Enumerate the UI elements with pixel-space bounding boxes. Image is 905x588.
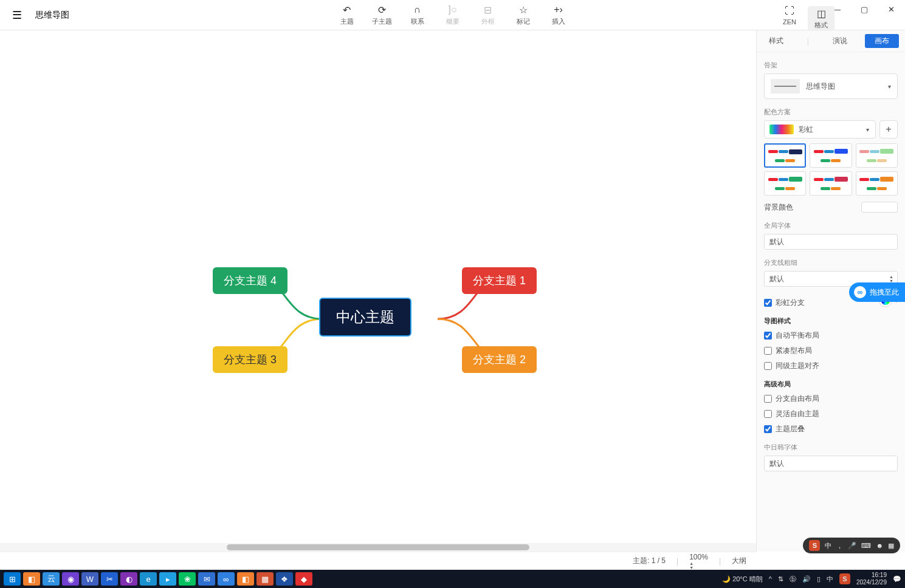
auto-balance-checkbox[interactable] [764,332,772,340]
global-font-label: 全局字体 [764,221,898,230]
tray-wifi-icon[interactable]: ⇅ [778,575,783,583]
skeleton-label: 骨架 [764,61,898,70]
gradient-thumb-icon [769,125,794,134]
theme-option-3[interactable] [856,143,898,168]
background-color-label: 背景颜色 [764,202,793,213]
ime-comma-icon: ， [836,541,843,550]
boundary-button: ⊟外框 [475,4,501,26]
tray-ime-icon[interactable]: 中 [827,575,833,584]
color-scheme-select[interactable]: 彩虹 ▾ [764,120,876,138]
relationship-icon: ∩ [414,4,421,16]
ime-bar[interactable]: S 中 ， 🎤 ⌨ ☻ ▦ [803,538,900,553]
branch-topic-1-node[interactable]: 分支主题 1 [462,267,537,294]
topic-icon: ↶ [343,4,351,16]
fullscreen-icon: ⛶ [785,5,794,17]
tray-volume-icon[interactable]: 🔊 [802,575,811,583]
outline-button[interactable]: 大纲 [732,556,746,566]
tab-pitch[interactable]: 演说 [827,33,853,49]
insert-button[interactable]: +›插入 [545,4,572,26]
format-button[interactable]: ◫格式 [808,6,834,31]
horizontal-scrollbar[interactable] [0,543,756,552]
tab-style[interactable]: 样式 [763,33,790,49]
free-topic-checkbox[interactable] [764,410,772,418]
zoom-level[interactable]: 100% ▲▼ [689,553,708,570]
ime-mic-icon: 🎤 [848,542,856,550]
taskbar-app-8[interactable]: ✉ [198,572,215,586]
theme-option-2[interactable] [810,143,852,168]
taskbar: ⊞ ◧ 云 ◉ W ✂ ◐ e ▸ ❀ ✉ ∞ ◧ ▦ ❖ ◆ 🌙 20°C 晴… [0,570,905,588]
star-icon: ☆ [519,4,528,16]
taskbar-app-3[interactable]: ◉ [62,572,79,586]
subtopic-icon: ⟳ [378,4,386,16]
theme-option-5[interactable] [810,171,852,196]
drag-here-float[interactable]: ∞ 拖拽至此 [849,282,905,302]
sogou-icon: S [809,540,820,551]
marker-button[interactable]: ☆标记 [510,4,537,26]
color-scheme-label: 配色方案 [764,108,898,117]
ime-face-icon: ☻ [876,542,883,549]
free-branch-checkbox[interactable] [764,395,772,403]
compact-checkbox[interactable] [764,347,772,355]
center-topic-node[interactable]: 中心主题 [319,298,411,337]
topic-button[interactable]: ↶主题 [334,4,360,26]
taskbar-app-11[interactable]: ▦ [256,572,274,586]
weather-widget[interactable]: 🌙 20°C 晴朗 [722,575,763,584]
branch-topic-3-node[interactable]: 分支主题 3 [213,346,287,373]
rainbow-branch-checkbox[interactable] [764,299,772,307]
taskbar-app-2[interactable]: 云 [43,572,60,586]
topic-count: 主题: 1 / 5 [633,556,666,566]
summary-icon: ]○ [448,4,456,16]
topic-overlap-checkbox[interactable] [764,425,772,433]
taskbar-edge[interactable]: e [140,572,157,586]
canvas[interactable]: 中心主题 分支主题 1 分支主题 2 分支主题 3 分支主题 4 [0,30,756,552]
tray-bluetooth-icon[interactable]: ⓑ [790,575,796,584]
theme-option-6[interactable] [856,171,898,196]
plus-icon: +› [554,4,563,16]
document-title: 思维导图 [35,10,69,21]
notification-icon[interactable]: 💬 [893,575,901,583]
align-siblings-checkbox[interactable] [764,362,772,370]
taskbar-app-12[interactable]: ❖ [276,572,293,586]
taskbar-app-7[interactable]: ▸ [159,572,176,586]
system-clock[interactable]: 16:19 2024/12/29 [856,572,887,586]
tray-sogou-icon[interactable]: S [839,573,850,584]
cjk-font-select[interactable]: 默认 [764,456,898,471]
zoom-stepper-icon[interactable]: ▲▼ [689,561,708,570]
theme-option-1[interactable] [764,143,806,168]
taskbar-app-6[interactable]: ◐ [120,572,137,586]
background-color-swatch[interactable] [861,202,898,213]
cloud-icon: ∞ [854,286,866,298]
branch-topic-4-node[interactable]: 分支主题 4 [213,267,287,294]
cjk-font-label: 中日韩字体 [764,443,898,452]
tab-canvas[interactable]: 画布 [865,34,899,48]
taskbar-wechat[interactable]: ❀ [179,572,196,586]
start-button[interactable]: ⊞ [4,572,21,586]
subtopic-button[interactable]: ⟳子主题 [369,4,396,26]
taskbar-app-1[interactable]: ◧ [23,572,40,586]
taskbar-app-5[interactable]: ✂ [101,572,118,586]
ime-grid-icon: ▦ [888,542,894,550]
taskbar-app-9[interactable]: ∞ [218,572,235,586]
zen-button[interactable]: ⛶ZEN [776,4,803,26]
toolbar: ↶主题 ⟳子主题 ∩联系 ]○概要 ⊟外框 ☆标记 +›插入 [334,4,572,26]
summary-button: ]○概要 [439,4,466,26]
add-scheme-button[interactable]: + [879,120,898,138]
chevron-down-icon: ▾ [888,83,891,90]
boundary-icon: ⊟ [484,4,492,16]
tray-battery-icon[interactable]: ▯ [817,575,821,583]
skeleton-thumb-icon [771,79,800,94]
taskbar-app-4[interactable]: W [81,572,98,586]
map-style-label: 导图样式 [764,316,898,326]
advanced-layout-label: 高级布局 [764,380,898,389]
menu-button[interactable]: ☰ [5,0,29,30]
toolbar-right: ⛶ZEN ▶演说 ◫格式 [776,4,838,26]
taskbar-app-13[interactable]: ◆ [295,572,312,586]
theme-option-4[interactable] [764,171,806,196]
taskbar-app-10[interactable]: ◧ [237,572,254,586]
global-font-select[interactable]: 默认 [764,234,898,250]
relationship-button[interactable]: ∩联系 [404,4,431,26]
skeleton-select[interactable]: 思维导图 ▾ [764,74,898,99]
status-bar: 主题: 1 / 5 | 100% ▲▼ | 大纲 [0,552,756,570]
branch-topic-2-node[interactable]: 分支主题 2 [462,346,537,373]
tray-chevron-icon[interactable]: ^ [769,575,772,583]
